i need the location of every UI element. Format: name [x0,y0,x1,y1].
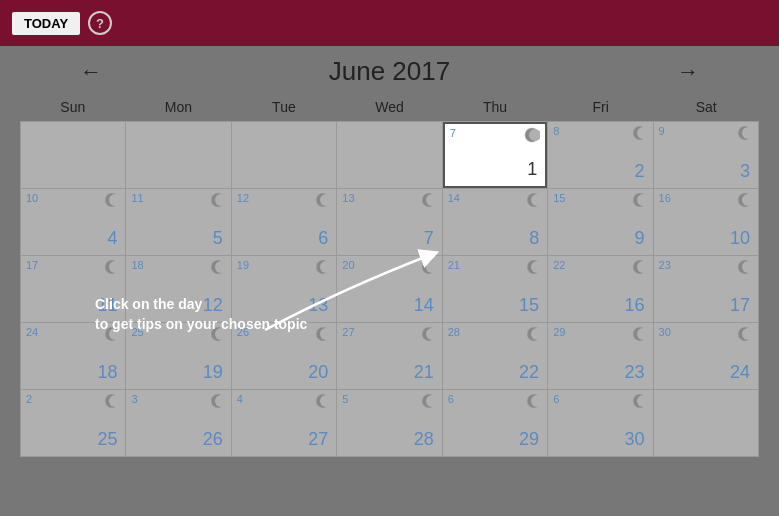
lunar-day-num: 18 [131,259,143,271]
calendar-cell[interactable]: 18 12 [126,256,230,322]
calendar-cell[interactable]: 6 29 [443,390,547,456]
calendar-cell[interactable]: 22 16 [548,256,652,322]
calendar-cell[interactable]: 19 13 [232,256,336,322]
day-header: Mon [126,95,232,119]
lunar-day-num: 23 [659,259,671,271]
calendar-date-num: 24 [730,362,750,383]
calendar-cell[interactable]: 12 6 [232,189,336,255]
calendar-cell[interactable]: 16 10 [654,189,758,255]
lunar-day-num: 17 [26,259,38,271]
calendar-date-num: 28 [414,429,434,450]
lunar-day-num: 20 [342,259,354,271]
calendar-cell[interactable]: 3 26 [126,390,230,456]
lunar-day-num: 16 [659,192,671,204]
calendar-date-num: 17 [730,295,750,316]
lunar-day-num: 8 [553,125,559,137]
lunar-day-num: 13 [342,192,354,204]
calendar-date-num: 27 [308,429,328,450]
calendar-cell[interactable]: 5 28 [337,390,441,456]
lunar-day-num: 30 [659,326,671,338]
lunar-day-num: 25 [131,326,143,338]
lunar-day-num: 10 [26,192,38,204]
calendar-date-num: 14 [414,295,434,316]
calendar-cell[interactable]: 28 22 [443,323,547,389]
calendar-grid: 7 18 29 310 411 512 613 714 815 916 [20,121,759,457]
day-header: Sun [20,95,126,119]
calendar-date-num: 22 [519,362,539,383]
calendar-date-num: 1 [527,159,537,180]
calendar-cell[interactable] [21,122,125,188]
calendar-date-num: 7 [424,228,434,249]
prev-month-button[interactable]: ← [80,59,102,85]
lunar-day-num: 22 [553,259,565,271]
calendar-cell[interactable]: 21 15 [443,256,547,322]
next-month-button[interactable]: → [677,59,699,85]
lunar-day-num: 27 [342,326,354,338]
lunar-day-num: 12 [237,192,249,204]
calendar-cell[interactable]: 23 17 [654,256,758,322]
calendar-date-num: 29 [519,429,539,450]
calendar-cell[interactable]: 8 2 [548,122,652,188]
calendar-cell[interactable]: 27 21 [337,323,441,389]
lunar-day-num: 2 [26,393,32,405]
calendar-cell[interactable]: 24 18 [21,323,125,389]
calendar-date-num: 6 [318,228,328,249]
lunar-day-num: 15 [553,192,565,204]
calendar-cell[interactable] [654,390,758,456]
calendar-date-num: 15 [519,295,539,316]
lunar-day-num: 9 [659,125,665,137]
lunar-day-num: 29 [553,326,565,338]
lunar-day-num: 4 [237,393,243,405]
lunar-day-num: 6 [448,393,454,405]
today-button[interactable]: TODAY [12,12,80,35]
day-header: Sat [653,95,759,119]
lunar-day-num: 26 [237,326,249,338]
calendar-cell[interactable]: 30 24 [654,323,758,389]
calendar-cell[interactable] [232,122,336,188]
calendar-cell[interactable]: 4 27 [232,390,336,456]
calendar-date-num: 18 [97,362,117,383]
day-headers: SunMonTueWedThuFriSat [20,95,759,119]
calendar-date-num: 3 [740,161,750,182]
calendar-date-num: 9 [635,228,645,249]
calendar-cell[interactable] [337,122,441,188]
lunar-day-num: 24 [26,326,38,338]
lunar-day-num: 6 [553,393,559,405]
day-header: Tue [231,95,337,119]
calendar-cell[interactable]: 6 30 [548,390,652,456]
lunar-day-num: 7 [450,127,456,139]
calendar-date-num: 16 [625,295,645,316]
calendar-cell[interactable]: 25 19 [126,323,230,389]
lunar-day-num: 3 [131,393,137,405]
calendar-cell[interactable]: 13 7 [337,189,441,255]
calendar-cell[interactable] [126,122,230,188]
help-button[interactable]: ? [88,11,112,35]
calendar-cell[interactable]: 14 8 [443,189,547,255]
calendar-date-num: 13 [308,295,328,316]
calendar-date-num: 25 [97,429,117,450]
calendar-cell[interactable]: 20 14 [337,256,441,322]
calendar-cell[interactable]: 7 1 [443,122,547,188]
calendar-container: ← June 2017 → SunMonTueWedThuFriSat 7 18… [0,46,779,467]
calendar-cell[interactable]: 2 25 [21,390,125,456]
header: TODAY ? [0,0,779,46]
calendar-date-num: 4 [107,228,117,249]
lunar-day-num: 21 [448,259,460,271]
calendar-date-num: 21 [414,362,434,383]
calendar-date-num: 26 [203,429,223,450]
calendar-date-num: 20 [308,362,328,383]
calendar-cell[interactable]: 9 3 [654,122,758,188]
calendar-cell[interactable]: 15 9 [548,189,652,255]
calendar-date-num: 12 [203,295,223,316]
calendar-cell[interactable]: 10 4 [21,189,125,255]
calendar-date-num: 30 [625,429,645,450]
calendar-cell[interactable]: 17 11 [21,256,125,322]
lunar-day-num: 28 [448,326,460,338]
calendar-cell[interactable]: 29 23 [548,323,652,389]
calendar-date-num: 19 [203,362,223,383]
calendar-date-num: 11 [97,295,117,316]
calendar-cell[interactable]: 11 5 [126,189,230,255]
month-title: June 2017 [329,56,450,87]
day-header: Thu [442,95,548,119]
calendar-cell[interactable]: 26 20 [232,323,336,389]
